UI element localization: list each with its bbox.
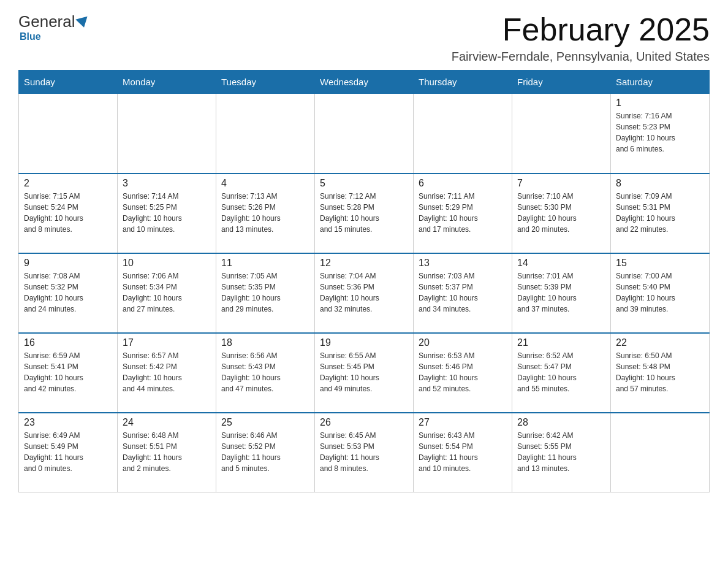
page-header: General Blue February 2025 Fairview-Fern… <box>18 12 710 64</box>
day-number: 20 <box>419 337 507 348</box>
day-number: 23 <box>24 417 112 428</box>
calendar-cell: 25Sunrise: 6:46 AMSunset: 5:52 PMDayligh… <box>216 413 315 492</box>
calendar-cell: 5Sunrise: 7:12 AMSunset: 5:28 PMDaylight… <box>315 174 414 253</box>
day-info: Sunrise: 6:48 AMSunset: 5:51 PMDaylight:… <box>123 430 211 474</box>
day-number: 24 <box>123 417 211 428</box>
day-number: 18 <box>221 337 309 348</box>
day-number: 11 <box>221 258 309 269</box>
day-info: Sunrise: 6:55 AMSunset: 5:45 PMDaylight:… <box>320 350 408 394</box>
title-section: February 2025 Fairview-Ferndale, Pennsyl… <box>452 12 710 64</box>
day-info: Sunrise: 7:09 AMSunset: 5:31 PMDaylight:… <box>616 191 704 235</box>
day-number: 15 <box>616 258 704 269</box>
day-number: 9 <box>24 258 112 269</box>
calendar-cell: 23Sunrise: 6:49 AMSunset: 5:49 PMDayligh… <box>19 413 118 492</box>
calendar-week-row: 9Sunrise: 7:08 AMSunset: 5:32 PMDaylight… <box>19 253 710 333</box>
calendar-cell: 16Sunrise: 6:59 AMSunset: 5:41 PMDayligh… <box>19 333 118 413</box>
weekday-header-saturday: Saturday <box>611 71 710 94</box>
logo: General Blue <box>18 12 89 42</box>
calendar-cell: 28Sunrise: 6:42 AMSunset: 5:55 PMDayligh… <box>512 413 611 492</box>
calendar-cell: 4Sunrise: 7:13 AMSunset: 5:26 PMDaylight… <box>216 174 315 253</box>
calendar-week-row: 16Sunrise: 6:59 AMSunset: 5:41 PMDayligh… <box>19 333 710 413</box>
calendar-week-row: 23Sunrise: 6:49 AMSunset: 5:49 PMDayligh… <box>19 413 710 492</box>
calendar-cell <box>315 94 414 174</box>
day-number: 22 <box>616 337 704 348</box>
day-number: 13 <box>419 258 507 269</box>
calendar-cell: 12Sunrise: 7:04 AMSunset: 5:36 PMDayligh… <box>315 253 414 333</box>
calendar-cell: 9Sunrise: 7:08 AMSunset: 5:32 PMDaylight… <box>19 253 118 333</box>
day-number: 2 <box>24 178 112 189</box>
day-info: Sunrise: 6:56 AMSunset: 5:43 PMDaylight:… <box>221 350 309 394</box>
day-info: Sunrise: 7:00 AMSunset: 5:40 PMDaylight:… <box>616 270 704 315</box>
calendar-cell: 18Sunrise: 6:56 AMSunset: 5:43 PMDayligh… <box>216 333 315 413</box>
calendar-cell: 6Sunrise: 7:11 AMSunset: 5:29 PMDaylight… <box>414 174 512 253</box>
location-title: Fairview-Ferndale, Pennsylvania, United … <box>452 50 710 64</box>
calendar-week-row: 2Sunrise: 7:15 AMSunset: 5:24 PMDaylight… <box>19 174 710 253</box>
calendar-cell: 2Sunrise: 7:15 AMSunset: 5:24 PMDaylight… <box>19 174 118 253</box>
calendar-cell <box>611 413 710 492</box>
day-number: 4 <box>221 178 309 189</box>
day-number: 8 <box>616 178 704 189</box>
day-number: 21 <box>517 337 605 348</box>
weekday-header-monday: Monday <box>118 71 216 94</box>
calendar-cell <box>216 94 315 174</box>
day-number: 5 <box>320 178 408 189</box>
calendar-cell <box>512 94 611 174</box>
day-number: 12 <box>320 258 408 269</box>
calendar-cell: 26Sunrise: 6:45 AMSunset: 5:53 PMDayligh… <box>315 413 414 492</box>
day-number: 28 <box>517 417 605 428</box>
day-info: Sunrise: 7:15 AMSunset: 5:24 PMDaylight:… <box>24 191 112 235</box>
day-number: 27 <box>419 417 507 428</box>
day-info: Sunrise: 7:01 AMSunset: 5:39 PMDaylight:… <box>517 270 605 315</box>
calendar-cell: 15Sunrise: 7:00 AMSunset: 5:40 PMDayligh… <box>611 253 710 333</box>
day-info: Sunrise: 7:13 AMSunset: 5:26 PMDaylight:… <box>221 191 309 235</box>
day-info: Sunrise: 6:53 AMSunset: 5:46 PMDaylight:… <box>419 350 507 394</box>
month-title: February 2025 <box>452 12 710 47</box>
logo-blue-text: Blue <box>20 31 41 42</box>
day-info: Sunrise: 7:10 AMSunset: 5:30 PMDaylight:… <box>517 191 605 235</box>
calendar-week-row: 1Sunrise: 7:16 AMSunset: 5:23 PMDaylight… <box>19 94 710 174</box>
day-number: 16 <box>24 337 112 348</box>
day-info: Sunrise: 6:52 AMSunset: 5:47 PMDaylight:… <box>517 350 605 394</box>
weekday-header-thursday: Thursday <box>414 71 512 94</box>
day-info: Sunrise: 7:05 AMSunset: 5:35 PMDaylight:… <box>221 270 309 315</box>
calendar-cell: 19Sunrise: 6:55 AMSunset: 5:45 PMDayligh… <box>315 333 414 413</box>
calendar-cell: 24Sunrise: 6:48 AMSunset: 5:51 PMDayligh… <box>118 413 216 492</box>
day-info: Sunrise: 6:59 AMSunset: 5:41 PMDaylight:… <box>24 350 112 394</box>
day-number: 7 <box>517 178 605 189</box>
day-number: 17 <box>123 337 211 348</box>
day-info: Sunrise: 6:43 AMSunset: 5:54 PMDaylight:… <box>419 430 507 474</box>
calendar-cell: 22Sunrise: 6:50 AMSunset: 5:48 PMDayligh… <box>611 333 710 413</box>
day-number: 26 <box>320 417 408 428</box>
day-info: Sunrise: 6:50 AMSunset: 5:48 PMDaylight:… <box>616 350 704 394</box>
calendar-cell <box>414 94 512 174</box>
calendar-cell: 10Sunrise: 7:06 AMSunset: 5:34 PMDayligh… <box>118 253 216 333</box>
calendar-cell: 27Sunrise: 6:43 AMSunset: 5:54 PMDayligh… <box>414 413 512 492</box>
calendar-cell <box>19 94 118 174</box>
day-info: Sunrise: 6:45 AMSunset: 5:53 PMDaylight:… <box>320 430 408 474</box>
calendar-cell: 20Sunrise: 6:53 AMSunset: 5:46 PMDayligh… <box>414 333 512 413</box>
day-number: 19 <box>320 337 408 348</box>
day-info: Sunrise: 6:57 AMSunset: 5:42 PMDaylight:… <box>123 350 211 394</box>
day-info: Sunrise: 7:12 AMSunset: 5:28 PMDaylight:… <box>320 191 408 235</box>
day-info: Sunrise: 6:42 AMSunset: 5:55 PMDaylight:… <box>517 430 605 474</box>
calendar-cell: 1Sunrise: 7:16 AMSunset: 5:23 PMDaylight… <box>611 94 710 174</box>
day-info: Sunrise: 7:16 AMSunset: 5:23 PMDaylight:… <box>616 110 704 155</box>
day-number: 25 <box>221 417 309 428</box>
day-number: 6 <box>419 178 507 189</box>
calendar-cell: 13Sunrise: 7:03 AMSunset: 5:37 PMDayligh… <box>414 253 512 333</box>
logo-triangle-icon <box>75 16 89 29</box>
calendar-cell: 3Sunrise: 7:14 AMSunset: 5:25 PMDaylight… <box>118 174 216 253</box>
logo-general-text: General <box>18 12 75 31</box>
weekday-header-wednesday: Wednesday <box>315 71 414 94</box>
day-number: 3 <box>123 178 211 189</box>
calendar-cell: 21Sunrise: 6:52 AMSunset: 5:47 PMDayligh… <box>512 333 611 413</box>
day-info: Sunrise: 6:49 AMSunset: 5:49 PMDaylight:… <box>24 430 112 474</box>
day-info: Sunrise: 7:08 AMSunset: 5:32 PMDaylight:… <box>24 270 112 315</box>
weekday-header-sunday: Sunday <box>19 71 118 94</box>
calendar-cell: 7Sunrise: 7:10 AMSunset: 5:30 PMDaylight… <box>512 174 611 253</box>
day-info: Sunrise: 6:46 AMSunset: 5:52 PMDaylight:… <box>221 430 309 474</box>
day-number: 1 <box>616 98 704 109</box>
weekday-header-friday: Friday <box>512 71 611 94</box>
day-info: Sunrise: 7:11 AMSunset: 5:29 PMDaylight:… <box>419 191 507 235</box>
day-info: Sunrise: 7:04 AMSunset: 5:36 PMDaylight:… <box>320 270 408 315</box>
